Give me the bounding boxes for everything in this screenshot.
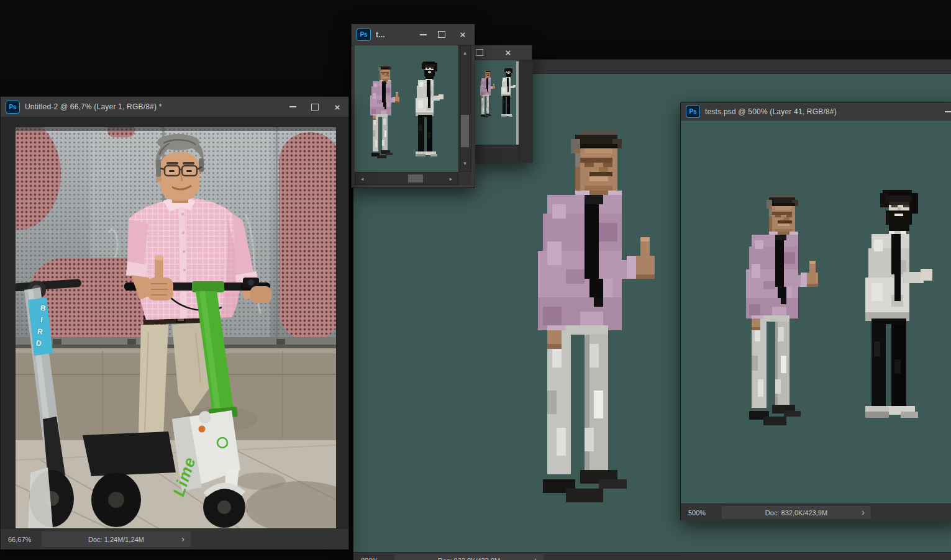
maximize-icon [476,49,483,56]
untitled-doc-text: Doc: 1,24M/1,24M [88,536,144,543]
pixel-man-small [370,65,401,159]
floating-front-close-button[interactable]: × [451,24,475,45]
floating-front-title: t... [376,30,385,39]
untitled-document-window: Ps Untitled-2 @ 66,7% (Layer 1, RGB/8#) … [0,96,349,549]
floating-window-front: Ps t... × ▴ ▾ ◂ [351,24,475,188]
untitled-zoom-level[interactable]: 66,67% [8,529,31,549]
floating-back-close-button[interactable]: × [501,45,515,60]
floating-front-minimize-button[interactable] [414,24,432,45]
floating-back-scroll-row[interactable] [471,145,519,163]
pixel-man-tiny [480,70,496,118]
tests-doc-info[interactable]: Doc: 832,0K/423,9M › [722,506,871,519]
pixel-beard-man-tiny [501,68,516,118]
main-doc-text: Doc: 832,0K/423,9M [438,557,500,560]
scroll-left-icon[interactable]: ◂ [358,173,366,184]
minimize-icon [420,34,427,35]
photoshop-logo-icon: Ps [686,105,700,118]
pixel-beard-man-small [416,61,445,159]
tests-psd-window: Ps tests.psd @ 500% (Layer 41, RGB/8#) 5… [680,102,951,520]
photo-canvas[interactable] [16,127,336,528]
tests-status-chevron-icon[interactable]: › [862,507,865,517]
maximize-icon [311,104,319,111]
scrollbar-corner [458,172,471,185]
main-doc-info[interactable]: Doc: 832,0K/423,9M › [394,554,544,560]
floating-back-canvas[interactable] [471,60,519,145]
photoshop-logo-icon: Ps [6,101,20,114]
scroll-down-icon[interactable]: ▾ [459,159,471,168]
floating-front-maximize-button[interactable] [432,24,451,45]
untitled-pasteboard[interactable]: BIRD Lime [1,117,348,528]
untitled-titlebar[interactable]: Ps Untitled-2 @ 66,7% (Layer 1, RGB/8#) … [1,97,348,117]
tests-statusbar: 500% Doc: 832,0K/423,9M › [681,504,951,521]
pixel-man-large [538,130,659,502]
tests-canvas[interactable] [681,120,951,504]
vertical-scroll-thumb[interactable] [461,115,469,147]
main-statusbar: 800% Doc: 832,0K/423,9M › [353,552,951,560]
photoshop-workspace: 800% Doc: 832,0K/423,9M › Ps tests.psd @… [0,0,951,560]
maximize-icon [438,31,445,38]
minimize-icon [945,111,951,112]
tests-minimize-button[interactable] [937,103,951,120]
close-icon: × [506,48,511,57]
main-zoom-level[interactable]: 800% [361,553,378,560]
tests-titlebar[interactable]: Ps tests.psd @ 500% (Layer 41, RGB/8#) [681,103,951,120]
scroll-right-icon[interactable]: ▸ [447,173,455,184]
horizontal-scroll-thumb[interactable] [408,174,423,183]
untitled-close-button[interactable]: × [326,97,348,117]
tests-zoom-level[interactable]: 500% [688,504,706,521]
scroll-up-icon[interactable]: ▴ [459,48,471,57]
tests-window-title: tests.psd @ 500% (Layer 41, RGB/8#) [705,107,837,116]
pixel-man-medium [746,194,821,425]
close-icon: × [335,102,340,112]
floating-back-scroll-column[interactable] [519,60,533,163]
untitled-status-chevron-icon[interactable]: › [181,533,184,544]
floating-window-back: × [471,45,532,163]
close-icon: × [460,30,466,39]
horizontal-scrollbar[interactable]: ◂ ▸ [355,172,458,185]
minimize-icon [289,106,296,107]
untitled-window-title: Untitled-2 @ 66,7% (Layer 1, RGB/8#) * [25,102,162,111]
floating-back-titlebar[interactable]: × [471,45,532,60]
floating-front-canvas[interactable] [355,45,458,172]
untitled-doc-info[interactable]: Doc: 1,24M/1,24M › [42,531,191,547]
vertical-scrollbar[interactable]: ▴ ▾ [458,45,471,172]
floating-front-titlebar[interactable]: Ps t... × [352,24,475,45]
main-status-chevron-icon[interactable]: › [534,554,537,560]
photoshop-logo-icon: Ps [357,28,371,41]
pixel-beard-man-medium [865,190,935,423]
untitled-statusbar: 66,67% Doc: 1,24M/1,24M › [1,528,348,549]
tests-doc-text: Doc: 832,0K/423,9M [765,509,827,517]
untitled-minimize-button[interactable] [281,97,304,117]
untitled-maximize-button[interactable] [304,97,326,117]
